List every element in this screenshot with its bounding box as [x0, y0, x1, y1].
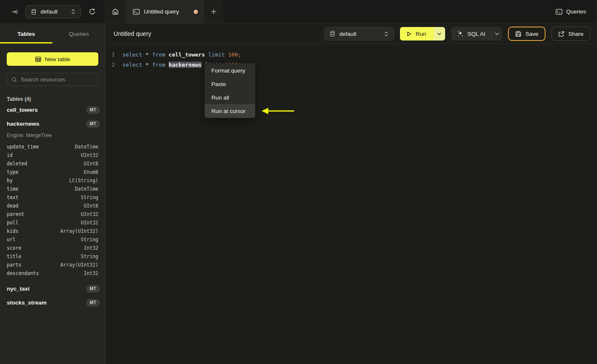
sql-ai-button[interactable]: SQL AI	[451, 27, 491, 40]
code-token	[165, 51, 169, 58]
column-name: update_time	[7, 144, 39, 150]
new-table-label: New table	[45, 56, 70, 62]
tab-untitled-query[interactable]: Untitled query	[125, 0, 204, 23]
column-name: type	[7, 169, 19, 175]
column-row-by[interactable]: byLC(String)	[0, 176, 105, 185]
refresh-button[interactable]	[87, 6, 97, 17]
column-row-update_time[interactable]: update_timeDateTime	[0, 143, 105, 151]
terminal-icon	[556, 9, 562, 15]
column-type: Enum8	[84, 169, 98, 175]
menu-item-run-all[interactable]: Run all	[205, 91, 255, 104]
table-name: hackernews	[7, 121, 86, 127]
column-type: UInt8	[84, 161, 98, 167]
annotation-arrow	[262, 107, 295, 115]
column-row-poll[interactable]: pollUInt32	[0, 218, 105, 227]
sidebar-tab-queries[interactable]: Queries	[53, 24, 105, 43]
column-row-id[interactable]: idUInt32	[0, 151, 105, 159]
new-tab-button[interactable]	[204, 0, 223, 23]
save-button[interactable]: Save	[508, 27, 546, 41]
column-type: Array(UInt32)	[60, 228, 98, 234]
code-token	[205, 51, 208, 58]
column-row-url[interactable]: urlString	[0, 235, 105, 244]
table-item-hackernews[interactable]: hackernewsMT	[0, 117, 105, 131]
column-name: deleted	[7, 161, 27, 167]
engine-label: Engine: MergeTree	[0, 131, 105, 143]
query-toolbar: Untitled query default	[106, 24, 597, 44]
column-type: LC(String)	[69, 178, 98, 183]
column-type: String	[81, 237, 98, 243]
sidebar-tab-tables[interactable]: Tables	[0, 24, 53, 43]
code-token	[165, 62, 169, 68]
column-row-kids[interactable]: kidsArray(UInt32)	[0, 227, 105, 235]
column-name: text	[7, 194, 19, 200]
column-row-type[interactable]: typeEnum8	[0, 168, 105, 176]
sidebar: Tables Queries New table Tables (4) cell…	[0, 24, 105, 364]
column-type: DateTime	[75, 186, 98, 192]
column-row-descendants[interactable]: descendantsInt32	[0, 269, 105, 278]
chevron-updown-icon	[384, 31, 389, 37]
database-selector-toolbar[interactable]: default	[324, 27, 394, 40]
run-options-caret[interactable]	[434, 27, 445, 40]
run-button-group: Run	[400, 27, 445, 40]
column-type: UInt8	[84, 203, 98, 209]
column-name: poll	[7, 220, 19, 226]
code-token: cell_towers	[169, 51, 205, 58]
search-resources-input[interactable]	[21, 76, 94, 83]
column-row-score[interactable]: scoreInt32	[0, 244, 105, 252]
column-type: UInt32	[81, 152, 98, 158]
chevron-down-icon	[437, 32, 441, 35]
column-type: UInt32	[81, 211, 98, 217]
column-type: String	[81, 253, 98, 259]
column-row-deleted[interactable]: deletedUInt8	[0, 159, 105, 168]
column-type: UInt32	[81, 220, 98, 226]
engine-badge: MT	[86, 285, 100, 293]
sidebar-tabs: Tables Queries	[0, 24, 105, 44]
engine-badge: MT	[86, 106, 100, 114]
table-item-stocks_stream[interactable]: stocks_streamMT	[0, 296, 105, 310]
code-line-1[interactable]: 1select * from cell_towers limit 100;	[106, 49, 597, 59]
code-token: select	[122, 51, 142, 58]
column-row-text[interactable]: textString	[0, 193, 105, 202]
database-icon	[330, 31, 335, 37]
search-resources-box	[7, 73, 98, 86]
editor-context-menu: Format queryPasteRun allRun at cursor	[205, 63, 255, 118]
run-button[interactable]: Run	[400, 27, 434, 40]
collapse-sidebar-button[interactable]	[9, 7, 19, 17]
sql-ai-caret[interactable]	[491, 27, 502, 40]
column-row-title[interactable]: titleString	[0, 252, 105, 261]
database-selector-value: default	[339, 31, 380, 37]
share-button[interactable]: Share	[551, 27, 590, 41]
column-row-parent[interactable]: parentUInt32	[0, 210, 105, 218]
menu-item-format-query[interactable]: Format query	[205, 64, 255, 77]
tab-label: Untitled query	[144, 8, 189, 15]
table-item-cell_towers[interactable]: cell_towersMT	[0, 103, 105, 117]
menu-item-run-at-cursor[interactable]: Run at cursor	[205, 104, 255, 118]
column-type: DateTime	[75, 144, 98, 150]
column-type: String	[81, 194, 98, 200]
chevron-down-icon	[495, 32, 499, 35]
play-icon	[406, 31, 412, 37]
queries-panel-button[interactable]: Queries	[556, 8, 586, 15]
column-type: Array(UInt32)	[60, 262, 98, 268]
home-button[interactable]	[105, 0, 125, 23]
column-row-parts[interactable]: partsArray(UInt32)	[0, 261, 105, 269]
queries-panel-label: Queries	[566, 8, 586, 15]
column-row-dead[interactable]: deadUInt8	[0, 202, 105, 210]
database-icon	[31, 9, 37, 15]
collapse-sidebar-icon	[11, 8, 18, 15]
database-selector-value: default	[41, 8, 67, 15]
code-token: from	[152, 62, 165, 68]
menu-item-paste[interactable]: Paste	[205, 77, 255, 91]
column-row-time[interactable]: timeDateTime	[0, 185, 105, 193]
query-title: Untitled query	[113, 30, 151, 37]
table-item-nyc_taxi[interactable]: nyc_taxiMT	[0, 282, 105, 296]
database-selector-header[interactable]: default	[25, 5, 81, 19]
new-table-button[interactable]: New table	[7, 52, 98, 66]
code-line-2[interactable]: 2select * from hackernews limit 1000	[106, 59, 597, 70]
home-icon	[112, 8, 119, 15]
column-name: url	[7, 237, 16, 243]
column-type: Int32	[84, 270, 98, 276]
sql-ai-label: SQL AI	[467, 31, 485, 37]
active-tab-underline	[0, 42, 52, 43]
sql-editor[interactable]: 1select * from cell_towers limit 100;2se…	[106, 44, 597, 364]
